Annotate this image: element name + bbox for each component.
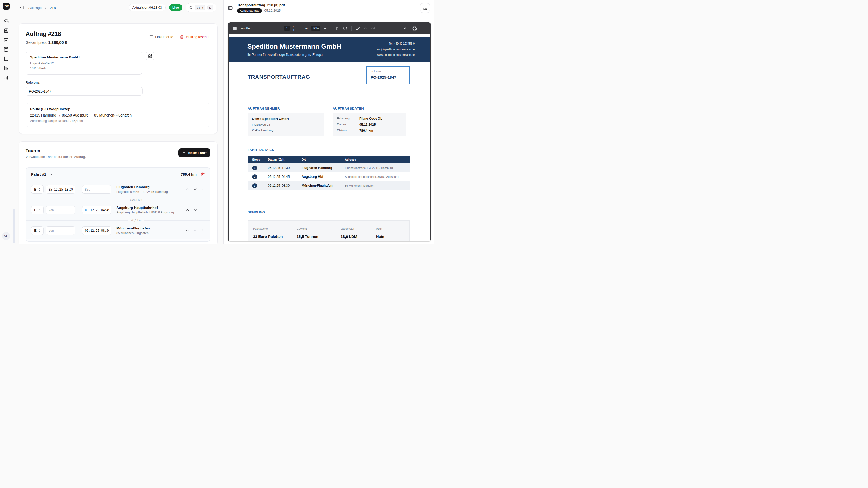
pdf-page-count: / 1	[293, 25, 296, 32]
search-input[interactable]: Ctrl K	[186, 3, 216, 12]
trip-row: 3 06.12.25 08:30 München-Flughafen 85 Mü…	[248, 181, 410, 190]
move-down-icon[interactable]	[193, 187, 197, 192]
range-dash: –	[78, 229, 80, 232]
fit-page-icon[interactable]	[336, 26, 340, 31]
sidebar-nav	[4, 19, 9, 80]
orderdata-heading: AUFTRAGSDATEN	[333, 107, 406, 110]
move-down-icon[interactable]	[193, 208, 197, 212]
pdf-page-input[interactable]: 1	[284, 26, 290, 31]
user-avatar[interactable]: AC	[2, 232, 10, 240]
live-badge: Live	[169, 4, 182, 11]
app-logo[interactable]: Cw	[3, 3, 10, 10]
trip-datetime: 06.12.25 08:30	[268, 184, 302, 188]
move-down-icon[interactable]	[193, 228, 197, 233]
pdf-toolbar: untitled 1 / 1 − 94% +	[228, 23, 431, 34]
breadcrumb-root[interactable]: Aufträge	[28, 6, 42, 10]
pdf-zoom-level[interactable]: 94%	[311, 26, 320, 31]
orders-book-icon[interactable]	[4, 28, 9, 33]
order-scroll-area: Auftrag #218 Gesamtpreis:1.280,00 € Doku…	[12, 15, 223, 244]
redo-icon[interactable]	[371, 26, 375, 31]
move-up-icon[interactable]	[185, 208, 190, 212]
delete-fahrt-icon[interactable]	[201, 172, 205, 176]
pdf-doc-title: untitled	[241, 27, 251, 30]
stop-address: 85 München-Flughafen	[116, 231, 150, 235]
fahrt-expand-icon[interactable]	[50, 172, 53, 176]
segment-distance-divider: 716,4 km	[26, 198, 210, 202]
stop-type-select[interactable]: E	[31, 206, 43, 214]
stop-to-input[interactable]	[82, 206, 112, 214]
chevrons-up-down-icon	[38, 229, 41, 232]
stop-row: E – Augsburg Hauptbahnhof Augsburg Haupt…	[26, 202, 210, 218]
stop-from-input[interactable]	[46, 206, 75, 214]
stop-address: Flughafenstraße 1-3 22415 Hamburg	[116, 190, 168, 194]
shipment-heading: SENDUNG	[248, 210, 410, 214]
sidebar-toggle-icon[interactable]	[19, 5, 24, 10]
shipment-value: 13,6 LDM	[341, 235, 376, 239]
chevrons-up-down-icon	[38, 188, 41, 191]
undo-icon[interactable]	[363, 26, 368, 31]
tours-title: Touren	[26, 148, 86, 154]
row-menu-icon[interactable]	[201, 229, 205, 233]
stop-type-select[interactable]: E	[31, 226, 43, 235]
scrollbar-thumb[interactable]	[13, 208, 16, 243]
stop-name: Augsburg Hauptbahnhof	[116, 206, 174, 209]
trash-icon	[180, 35, 184, 39]
zoom-in-button[interactable]: +	[323, 26, 327, 31]
kbd-ctrl: Ctrl	[195, 5, 205, 10]
folder-icon	[149, 35, 153, 39]
panel-collapse-icon[interactable]	[228, 5, 233, 10]
range-dash: –	[78, 188, 80, 191]
pdf-more-icon[interactable]	[422, 26, 426, 31]
row-menu-icon[interactable]	[201, 188, 205, 192]
contractor-name: Demo Spedition GmbH	[252, 117, 319, 121]
route-distance: Abrechnungsfähige Distanz: 786,4 km	[30, 119, 206, 123]
pdf-menu-icon[interactable]	[232, 26, 237, 31]
customer-city: 10115 Berlin	[30, 66, 138, 71]
stop-address: Augsburg Hauptbahnhof 86150 Augsburg	[116, 210, 174, 214]
library-icon[interactable]	[4, 66, 9, 71]
stop-row: E – München-Flughafen 85 München-Flughaf…	[26, 222, 210, 239]
stop-from-input[interactable]	[46, 226, 75, 235]
customer-name: Spedition Mustermann GmbH	[30, 55, 138, 59]
trip-adresse: Augsburg Hauptbahnhof, 86150 Augsburg	[345, 175, 410, 178]
col-ort: Ort	[302, 158, 345, 161]
print-icon[interactable]	[412, 26, 417, 31]
range-dash: –	[78, 208, 80, 212]
stop-from-input[interactable]	[46, 185, 75, 194]
stop-to-input[interactable]	[82, 185, 112, 194]
new-tour-label: Neue Fahrt	[188, 151, 207, 155]
contractor-street: Frachtweg 24	[252, 123, 319, 126]
stop-to-input[interactable]	[82, 226, 112, 235]
zoom-out-button[interactable]: −	[305, 26, 308, 31]
reference-input[interactable]	[26, 87, 143, 96]
rotate-icon[interactable]	[343, 26, 347, 31]
row-menu-icon[interactable]	[201, 208, 205, 212]
trip-adresse: 85 München-Flughafen	[345, 184, 410, 187]
doc-reference-value: PO-2025-1847	[371, 75, 406, 79]
left-header: Aufträge 218 Aktualisiert 06:18:03 Live …	[12, 0, 223, 15]
receipt-icon[interactable]	[4, 56, 9, 61]
pdf-download-icon[interactable]	[403, 26, 407, 31]
edit-customer-button[interactable]	[146, 52, 154, 61]
move-up-icon[interactable]	[185, 187, 190, 192]
bar-chart-icon[interactable]	[4, 75, 9, 80]
pdf-filename: Transportauftrag_218 (3).pdf	[237, 3, 285, 7]
shipment-box: Packstücke 33 Euro-Paletten Gewicht 15,5…	[248, 220, 410, 241]
delete-order-button[interactable]: Auftrag löschen	[180, 35, 211, 39]
annotate-pen-icon[interactable]	[356, 26, 360, 31]
download-document-button[interactable]	[420, 3, 430, 13]
tours-subtitle: Verwalte alle Fahrten für diesen Auftrag…	[26, 155, 86, 159]
stop-type-select[interactable]: B	[31, 185, 43, 194]
doc-reference-box: Referenz PO-2025-1847	[367, 66, 410, 84]
fahrt-header: Fahrt #1 786,4 km	[26, 168, 210, 181]
stop-type-value: E	[34, 229, 36, 232]
new-tour-button[interactable]: Neue Fahrt	[178, 148, 211, 157]
reference-label: Referenz:	[26, 80, 211, 85]
fahrt-name: Fahrt #1	[31, 172, 46, 176]
documents-button[interactable]: Dokumente	[149, 35, 173, 39]
documents-label: Dokumente	[155, 35, 173, 39]
move-up-icon[interactable]	[185, 228, 190, 233]
database-icon[interactable]	[4, 47, 9, 52]
inbox-icon[interactable]	[4, 19, 9, 24]
calendar-check-icon[interactable]	[4, 37, 9, 42]
